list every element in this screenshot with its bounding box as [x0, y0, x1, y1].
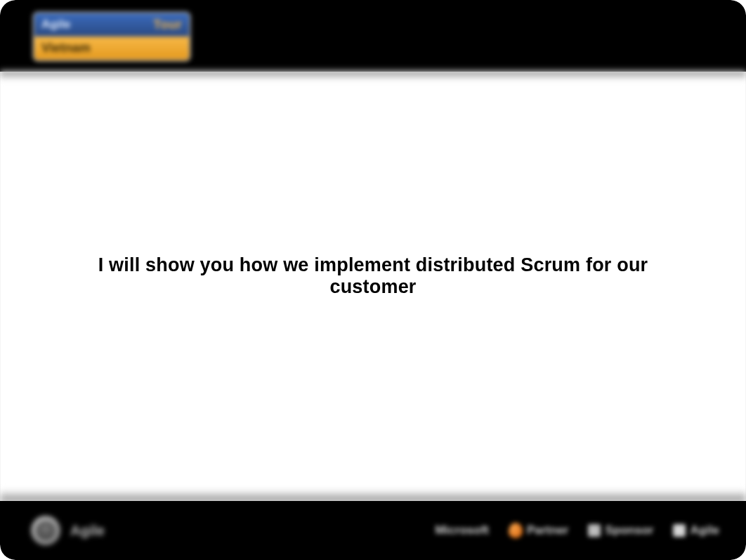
footer-bar: Agile Microsoft Partner Sponsor Agile — [0, 501, 746, 560]
event-logo-top-left: Agile — [41, 18, 71, 32]
event-logo: Agile Tour Vietnam — [32, 11, 191, 62]
header-bar: Agile Tour Vietnam — [0, 0, 746, 72]
partner-logo-1: Microsoft — [435, 523, 489, 538]
footer-left-text: Agile — [70, 523, 105, 539]
square-icon — [673, 524, 686, 537]
partner-logo-3-text: Sponsor — [605, 523, 653, 538]
slide-heading: I will show you how we implement distrib… — [0, 254, 746, 298]
square-icon — [588, 524, 601, 537]
slide: Agile Tour Vietnam I will show you how w… — [0, 0, 746, 560]
flame-icon — [509, 523, 523, 538]
partner-logo-4-text: Agile — [690, 523, 719, 538]
partner-logo-2-text: Partner — [527, 523, 569, 538]
event-logo-bottom: Vietnam — [34, 37, 189, 60]
footer-left: Agile — [31, 516, 105, 545]
event-logo-top: Agile Tour — [34, 13, 189, 37]
partner-logo-4: Agile — [673, 523, 719, 538]
event-logo-bottom-text: Vietnam — [41, 41, 91, 56]
partner-logo-3: Sponsor — [588, 523, 653, 538]
footer-partners: Microsoft Partner Sponsor Agile — [435, 523, 719, 538]
header-shadow — [0, 70, 746, 80]
footer-circle-icon — [31, 516, 60, 545]
partner-logo-1-text: Microsoft — [435, 523, 489, 538]
partner-logo-2: Partner — [509, 523, 569, 538]
event-logo-top-right: Tour — [153, 18, 182, 32]
